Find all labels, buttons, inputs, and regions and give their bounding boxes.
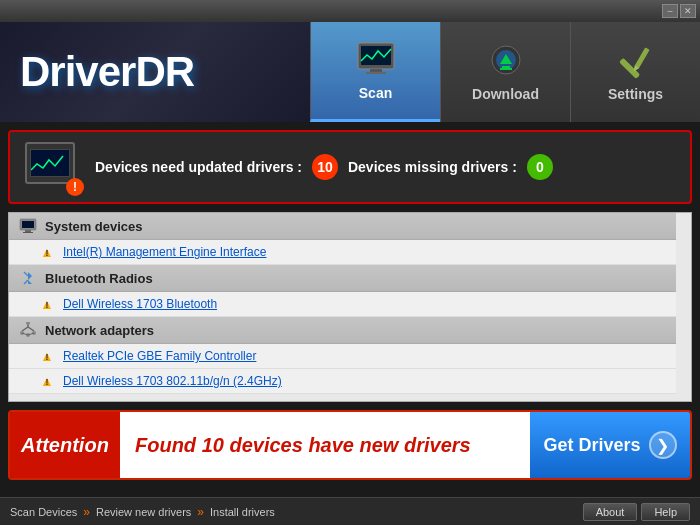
minimize-button[interactable]: – <box>662 4 678 18</box>
device-label[interactable]: Dell Wireless 1703 802.11b/g/n (2.4GHz) <box>63 374 282 388</box>
list-item[interactable]: Dell Wireless 1703 Bluetooth <box>9 292 676 317</box>
svg-rect-15 <box>23 232 33 233</box>
nav-tabs: Scan Download <box>310 22 700 122</box>
arrow-icon: ❯ <box>649 431 677 459</box>
svg-line-17 <box>22 327 28 331</box>
svg-rect-2 <box>370 69 382 72</box>
list-item[interactable]: Intel(R) Management Engine Interface <box>9 240 676 265</box>
device-label[interactable]: Intel(R) Management Engine Interface <box>63 245 266 259</box>
warning-badge: ! <box>66 178 84 196</box>
svg-line-18 <box>28 327 34 331</box>
get-drivers-button[interactable]: Get Drivers ❯ <box>530 412 690 478</box>
warning-icon <box>39 349 55 363</box>
devices-missing-label: Devices missing drivers : <box>348 159 517 175</box>
action-bar: Attention Found 10 devices have new driv… <box>8 410 692 480</box>
svg-rect-8 <box>500 68 512 70</box>
breadcrumb-review-drivers[interactable]: Review new drivers <box>96 506 191 518</box>
updated-count-badge: 10 <box>312 154 338 180</box>
footer: Scan Devices » Review new drivers » Inst… <box>0 497 700 525</box>
bluetooth-icon <box>19 270 37 286</box>
category-bluetooth-radios: Bluetooth Radios <box>9 265 676 292</box>
status-icon-area: ! <box>25 142 80 192</box>
footer-right: About Help <box>583 503 690 521</box>
warning-icon <box>39 374 55 388</box>
breadcrumb-scan-devices[interactable]: Scan Devices <box>10 506 77 518</box>
list-item[interactable]: Dell Wireless 1703 802.11b/g/n (2.4GHz) <box>9 369 676 394</box>
svg-rect-3 <box>366 72 386 74</box>
tab-settings[interactable]: Settings <box>570 22 700 122</box>
breadcrumb-install-drivers[interactable]: Install drivers <box>210 506 275 518</box>
logo-area: DriverDR <box>0 22 310 122</box>
devices-need-updated-label: Devices need updated drivers : <box>95 159 302 175</box>
get-drivers-label: Get Drivers <box>543 435 640 456</box>
system-devices-icon <box>19 218 37 234</box>
warning-icon <box>39 297 55 311</box>
app-container: DriverDR Scan <box>0 22 700 525</box>
device-list-container: System devices Intel(R) Management Engin… <box>8 212 692 402</box>
tab-download-label: Download <box>472 86 539 102</box>
missing-count-badge: 0 <box>527 154 553 180</box>
bluetooth-label: Bluetooth Radios <box>45 271 153 286</box>
app-logo: DriverDR <box>20 48 194 96</box>
title-bar: – ✕ <box>0 0 700 22</box>
svg-rect-13 <box>22 221 34 228</box>
settings-icon <box>612 42 660 82</box>
svg-rect-7 <box>502 66 510 68</box>
svg-point-19 <box>26 322 30 325</box>
status-text: Devices need updated drivers : 10 Device… <box>95 154 675 180</box>
tab-scan[interactable]: Scan <box>310 22 440 122</box>
scan-icon <box>352 41 400 81</box>
about-button[interactable]: About <box>583 503 638 521</box>
header: DriverDR Scan <box>0 22 700 122</box>
tab-settings-label: Settings <box>608 86 663 102</box>
breadcrumb-sep-1: » <box>83 505 90 519</box>
list-item[interactable]: Realtek PCIe GBE Family Controller <box>9 344 676 369</box>
attention-label: Attention <box>10 412 120 478</box>
svg-rect-14 <box>25 230 31 232</box>
device-label[interactable]: Dell Wireless 1703 Bluetooth <box>63 297 217 311</box>
download-icon <box>482 42 530 82</box>
breadcrumb-sep-2: » <box>197 505 204 519</box>
warning-icon <box>39 245 55 259</box>
status-bar: ! Devices need updated drivers : 10 Devi… <box>8 130 692 204</box>
monitor-screen <box>30 149 70 177</box>
tab-scan-label: Scan <box>359 85 392 101</box>
system-devices-label: System devices <box>45 219 143 234</box>
breadcrumb: Scan Devices » Review new drivers » Inst… <box>10 505 275 519</box>
close-button[interactable]: ✕ <box>680 4 696 18</box>
category-system-devices: System devices <box>9 213 676 240</box>
network-adapters-label: Network adapters <box>45 323 154 338</box>
logo-text-main: DriverDR <box>20 48 194 95</box>
device-list[interactable]: System devices Intel(R) Management Engin… <box>9 213 691 401</box>
category-network-adapters: Network adapters <box>9 317 676 344</box>
tab-download[interactable]: Download <box>440 22 570 122</box>
attention-message: Found 10 devices have new drivers <box>120 412 530 478</box>
device-label[interactable]: Realtek PCIe GBE Family Controller <box>63 349 256 363</box>
network-icon <box>19 322 37 338</box>
help-button[interactable]: Help <box>641 503 690 521</box>
svg-rect-10 <box>634 47 649 69</box>
monitor-icon <box>25 142 75 184</box>
